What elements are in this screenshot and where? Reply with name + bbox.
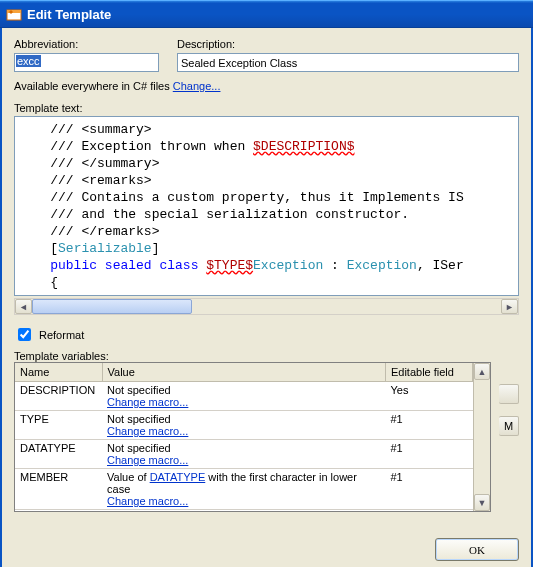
- row-name: PROPERTYNA: [15, 510, 102, 512]
- svg-rect-1: [7, 10, 21, 13]
- row-value: Value of DATATYPE with the first charact…: [102, 510, 385, 512]
- scroll-left-icon[interactable]: ◄: [15, 299, 32, 314]
- row-editable: #1: [385, 440, 472, 469]
- row-value: Value of DATATYPE with the first charact…: [102, 469, 385, 510]
- abbreviation-selection: excc: [16, 55, 41, 67]
- row-name: TYPE: [15, 411, 102, 440]
- col-name[interactable]: Name: [15, 363, 102, 382]
- titlebar[interactable]: Edit Template: [0, 0, 533, 28]
- scroll-right-icon[interactable]: ►: [501, 299, 518, 314]
- variables-grid[interactable]: Name Value Editable field DESCRIPTIONNot…: [14, 362, 491, 512]
- change-macro-link[interactable]: Change macro...: [107, 396, 188, 408]
- vertical-scrollbar[interactable]: ▲ ▼: [473, 363, 490, 511]
- change-macro-link[interactable]: Change macro...: [107, 454, 188, 466]
- row-name: DATATYPE: [15, 440, 102, 469]
- row-value: Not specifiedChange macro...: [102, 440, 385, 469]
- row-editable: #1: [385, 411, 472, 440]
- reformat-checkbox[interactable]: [18, 328, 31, 341]
- side-button-m[interactable]: M: [499, 416, 519, 436]
- col-editable[interactable]: Editable field: [385, 363, 472, 382]
- app-icon: [6, 7, 22, 23]
- row-name: DESCRIPTION: [15, 382, 102, 411]
- description-input[interactable]: [177, 53, 519, 72]
- datatype-link[interactable]: DATATYPE: [150, 471, 206, 483]
- row-editable: Yes: [385, 382, 472, 411]
- description-label: Description:: [177, 38, 519, 50]
- row-value: Not specifiedChange macro...: [102, 382, 385, 411]
- window-title: Edit Template: [27, 7, 111, 22]
- row-editable: #1: [385, 510, 472, 512]
- table-row[interactable]: DESCRIPTIONNot specifiedChange macro...Y…: [15, 382, 473, 411]
- col-value[interactable]: Value: [102, 363, 385, 382]
- side-button-1[interactable]: [499, 384, 519, 404]
- scroll-up-icon[interactable]: ▲: [474, 363, 490, 380]
- table-row[interactable]: TYPENot specifiedChange macro...#1: [15, 411, 473, 440]
- table-row[interactable]: PROPERTYNAValue of DATATYPE with the fir…: [15, 510, 473, 512]
- row-value: Not specifiedChange macro...: [102, 411, 385, 440]
- scroll-thumb[interactable]: [32, 299, 192, 314]
- template-variables-label: Template variables:: [14, 350, 109, 362]
- template-text-editor[interactable]: /// <summary> /// Exception thrown when …: [14, 116, 519, 296]
- reformat-label: Reformat: [39, 329, 84, 341]
- horizontal-scrollbar[interactable]: ◄ ►: [14, 298, 519, 315]
- row-name: MEMBER: [15, 469, 102, 510]
- table-row[interactable]: DATATYPENot specifiedChange macro...#1: [15, 440, 473, 469]
- availability-text: Available everywhere in C# files: [14, 80, 173, 92]
- change-macro-link[interactable]: Change macro...: [107, 425, 188, 437]
- change-macro-link[interactable]: Change macro...: [107, 495, 188, 507]
- template-text-label: Template text:: [14, 102, 82, 114]
- scroll-down-icon[interactable]: ▼: [474, 494, 490, 511]
- table-row[interactable]: MEMBERValue of DATATYPE with the first c…: [15, 469, 473, 510]
- row-editable: #1: [385, 469, 472, 510]
- ok-button[interactable]: OK: [435, 538, 519, 561]
- availability-change-link[interactable]: Change...: [173, 80, 221, 92]
- abbreviation-label: Abbreviation:: [14, 38, 159, 50]
